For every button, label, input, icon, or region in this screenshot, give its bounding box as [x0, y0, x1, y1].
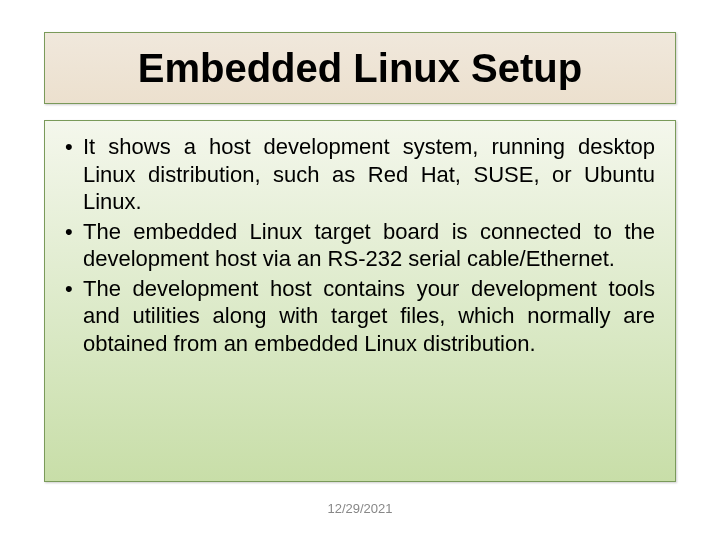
footer-date: 12/29/2021 — [0, 501, 720, 516]
bullet-item: The embedded Linux target board is conne… — [65, 218, 655, 273]
title-box: Embedded Linux Setup — [44, 32, 676, 104]
slide-title: Embedded Linux Setup — [138, 46, 582, 91]
content-box: It shows a host development system, runn… — [44, 120, 676, 482]
bullet-item: The development host contains your devel… — [65, 275, 655, 358]
bullet-item: It shows a host development system, runn… — [65, 133, 655, 216]
